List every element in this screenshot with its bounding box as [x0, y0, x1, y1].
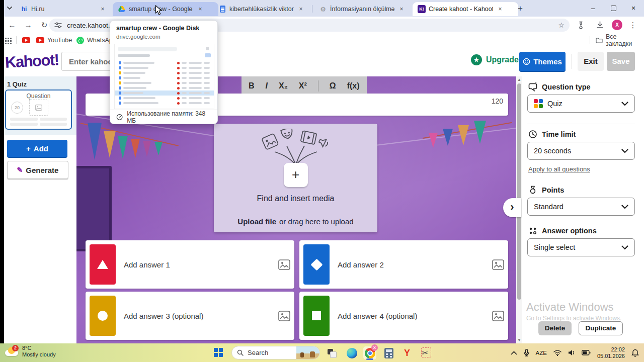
- points-select[interactable]: Standard: [527, 198, 635, 216]
- new-tab-button[interactable]: +: [514, 3, 526, 15]
- add-answer-image-icon[interactable]: [492, 259, 504, 270]
- wifi-icon[interactable]: [553, 350, 561, 356]
- question-thumbnail-card[interactable]: Question 20: [5, 89, 72, 130]
- window-minimize-button[interactable]: –: [583, 0, 604, 16]
- symbol-button[interactable]: Ω: [330, 81, 336, 90]
- add-media-button[interactable]: +: [284, 163, 308, 187]
- equation-button[interactable]: f(x): [347, 81, 360, 90]
- windows-taskbar: 2 8°C Mostly cloudy Search X Y ✂ AZE: [0, 343, 644, 362]
- close-tab-icon[interactable]: ×: [196, 5, 204, 13]
- scrollbar-thumb[interactable]: [517, 83, 521, 300]
- clock-widget[interactable]: 22:02 05.01.2026: [597, 346, 625, 359]
- add-answer-image-icon[interactable]: [492, 311, 504, 321]
- chevron-down-icon: [621, 245, 628, 250]
- time-limit-select[interactable]: 20 seconds: [527, 142, 635, 160]
- drive-preview-row-selected: [115, 90, 214, 96]
- generate-label: Generate: [26, 166, 58, 174]
- add-question-button[interactable]: + Add: [7, 140, 67, 157]
- tray-chevron-up-icon[interactable]: [511, 351, 517, 355]
- bookmark-star-icon[interactable]: ☆: [558, 21, 565, 29]
- duplicate-question-button[interactable]: Duplicate: [579, 321, 623, 335]
- scroll-down-icon[interactable]: ▼: [516, 338, 522, 342]
- yandex-icon[interactable]: Y: [400, 346, 414, 359]
- close-tab-icon[interactable]: ×: [496, 5, 504, 13]
- time-limit-value: 20 seconds: [534, 147, 571, 155]
- microphone-icon[interactable]: [524, 349, 529, 356]
- bunting-flag: [143, 141, 151, 157]
- bunting-flag: [154, 142, 163, 155]
- edge-icon[interactable]: [345, 346, 358, 359]
- upload-file-link[interactable]: Upload file: [237, 217, 276, 226]
- answer-options-select[interactable]: Single select: [527, 238, 635, 256]
- browser-menu-kebab-icon[interactable]: ⋮: [627, 19, 639, 31]
- close-tab-icon[interactable]: ×: [397, 5, 406, 13]
- window-restore-button[interactable]: [603, 0, 624, 16]
- reload-icon[interactable]: ↻: [38, 19, 50, 31]
- upgrade-button[interactable]: ★ Upgrade: [471, 54, 519, 65]
- language-indicator[interactable]: AZE: [536, 350, 547, 356]
- snipping-tool-icon[interactable]: ✂: [419, 346, 432, 359]
- speaker-icon[interactable]: [568, 349, 575, 356]
- tab-informasiya[interactable]: ⚙ İnformasiyanın ölçülməsi tapşır ×: [314, 2, 419, 16]
- exit-button[interactable]: Exit: [578, 52, 604, 71]
- chrome-icon-active[interactable]: X: [363, 346, 376, 359]
- delete-question-button[interactable]: Delete: [538, 321, 572, 335]
- battery-icon[interactable]: [582, 350, 591, 355]
- tab-search-chevron-icon[interactable]: [6, 5, 13, 12]
- answer-input-4[interactable]: Add answer 4 (optional): [299, 292, 508, 340]
- collapse-panel-button[interactable]: ›: [503, 198, 521, 217]
- superscript-button[interactable]: X²: [299, 81, 307, 90]
- divider: [318, 80, 318, 92]
- time-badge: 20: [11, 102, 23, 114]
- tab-viktorina[interactable]: kibertəhlükəsizlik viktorina - Go ×: [213, 2, 319, 16]
- divider: [572, 54, 572, 69]
- notifications-bell-icon[interactable]: [631, 349, 639, 357]
- tray-time: 22:02: [597, 346, 625, 353]
- window-close-button[interactable]: ×: [623, 0, 644, 16]
- apply-to-all-link[interactable]: Apply to all questions: [528, 165, 590, 173]
- italic-button[interactable]: I: [266, 81, 268, 90]
- question-list-sidebar: 1 Quiz Question 20 + Add ✎ Generate: [0, 76, 76, 343]
- answer-input-3[interactable]: Add answer 3 (optional): [86, 292, 294, 340]
- answer-input-1[interactable]: Add answer 1: [86, 240, 294, 289]
- save-button[interactable]: Save: [607, 52, 635, 71]
- scroll-up-icon[interactable]: ▲: [516, 77, 522, 82]
- close-tab-icon[interactable]: ×: [297, 5, 305, 13]
- search-icon: [237, 349, 244, 356]
- generate-button[interactable]: ✎ Generate: [7, 161, 68, 179]
- stacked-windows-icon[interactable]: [325, 346, 338, 359]
- taskbar-search[interactable]: Search: [231, 346, 320, 359]
- apps-grid-icon[interactable]: [5, 38, 7, 39]
- bold-button[interactable]: B: [249, 81, 255, 90]
- calculator-icon[interactable]: [382, 346, 395, 359]
- subscript-button[interactable]: X₂: [279, 81, 288, 90]
- preview-thumbnail: [114, 44, 214, 109]
- all-bookmarks-button[interactable]: Все закладки: [596, 35, 644, 45]
- profile-avatar[interactable]: X: [612, 20, 622, 30]
- weather-widget[interactable]: 2 8°C Mostly cloudy: [4, 345, 56, 358]
- answer-input-2[interactable]: Add answer 2: [299, 240, 508, 289]
- question-type-select[interactable]: Quiz: [527, 95, 635, 113]
- tab-smartup-crew[interactable]: smartup crew - Google Disk ×: [113, 2, 218, 16]
- quiz-type-icon: [534, 99, 543, 108]
- start-button[interactable]: [214, 348, 223, 357]
- media-upload-card[interactable]: + Find and insert media Upload fileor dr…: [214, 124, 377, 232]
- themes-button[interactable]: Themes: [519, 52, 566, 71]
- back-icon[interactable]: ←: [6, 19, 18, 31]
- search-highlight-image[interactable]: [296, 346, 319, 359]
- memory-gauge-icon: [116, 114, 123, 121]
- themes-label: Themes: [533, 57, 562, 66]
- tab-create-kahoot[interactable]: K! Create kahoot - Kahoot! ×: [413, 2, 518, 16]
- downloads-icon[interactable]: [594, 19, 606, 31]
- chrome-labs-icon[interactable]: [575, 19, 587, 31]
- bookmark-youtube[interactable]: YouTube: [36, 35, 72, 45]
- bookmark-label: YouTube: [47, 37, 72, 44]
- site-settings-icon[interactable]: [54, 22, 62, 29]
- tab-hi-ru[interactable]: hi Hi.ru ×: [15, 2, 118, 16]
- close-tab-icon[interactable]: ×: [99, 5, 107, 13]
- bookmark-youtube-icon-only[interactable]: [22, 35, 30, 45]
- forward-icon[interactable]: →: [22, 19, 34, 31]
- add-answer-image-icon[interactable]: [278, 311, 290, 321]
- add-answer-image-icon[interactable]: [278, 259, 290, 270]
- upload-rest-text: or drag here to upload: [279, 217, 354, 226]
